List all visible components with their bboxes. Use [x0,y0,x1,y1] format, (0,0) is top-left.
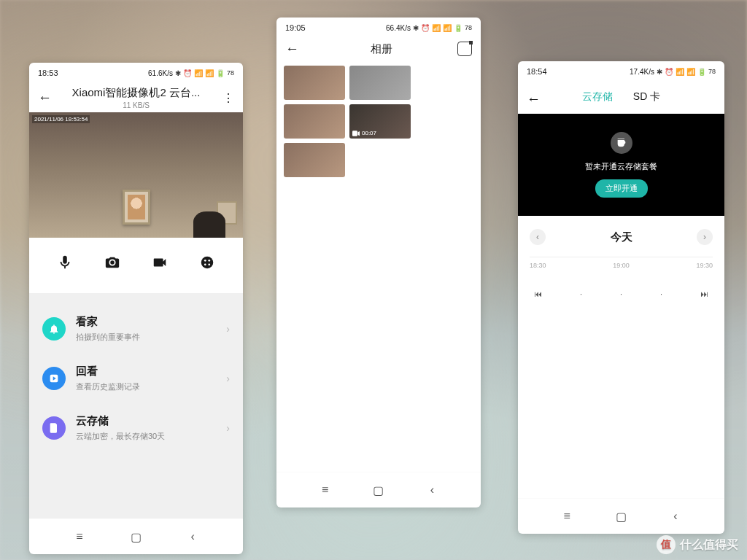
record-button[interactable] [151,254,169,271]
statusbar: 18:53 61.6K/s ✱ ⏰ 📶 📶 🔋 78 [29,63,243,82]
cup-icon [611,132,632,154]
battery-icon: 🔋 [697,68,706,76]
nav-menu-button[interactable]: ≡ [560,509,574,524]
camera-toolbar [29,238,243,293]
thumb-video[interactable]: 00:07 [349,104,411,139]
alarm-icon: ⏰ [183,69,192,77]
palette-button[interactable] [198,254,216,271]
battery-icon: 🔋 [216,69,225,77]
phone-cloud-storage: 18:54 17.4K/s ✱ ⏰ 📶 📶 🔋 78 ← 云存储 SD 卡 暂未… [518,61,724,534]
back-button[interactable]: ← [285,41,306,57]
more-button[interactable]: ⋮ [214,91,234,105]
skip-start-icon[interactable]: ⏮ [534,289,542,298]
promo-text: 暂未开通云存储套餐 [585,161,657,172]
nav-bar: ≡ ▢ ‹ [518,498,724,534]
status-time: 19:05 [285,23,306,32]
svg-point-1 [204,260,206,262]
nav-back-button[interactable]: ‹ [425,483,439,497]
wifi-icon: 📶 [443,24,452,32]
bell-icon [42,317,66,341]
cloud-promo-banner: 暂未开通云存储套餐 立即开通 [518,114,724,216]
bluetooth-icon: ✱ [657,68,662,76]
svg-point-2 [209,260,211,262]
nav-home-button[interactable]: ▢ [614,509,628,524]
menu-cloud-storage[interactable]: 云存储云端加密，最长存储30天 › [29,404,243,454]
svg-point-4 [209,263,211,265]
phone-camera-live: 18:53 61.6K/s ✱ ⏰ 📶 📶 🔋 78 ← Xiaomi智能摄像机… [29,63,243,554]
nav-menu-button[interactable]: ≡ [318,483,333,497]
page-title: Xiaomi智能摄像机2 云台... [58,86,214,100]
doc-icon [42,416,66,440]
status-time: 18:54 [527,67,547,76]
status-time: 18:53 [38,69,58,77]
statusbar: 18:54 17.4K/s ✱ ⏰ 📶 📶 🔋 78 [518,61,724,80]
chevron-right-icon: › [226,373,230,384]
appbar: ← 相册 [276,36,481,60]
bitrate-label: 11 KB/S [58,101,214,109]
svg-point-3 [204,263,206,265]
thumb-photo[interactable] [284,143,345,177]
alarm-icon: ⏰ [665,68,673,76]
gallery-grid: 00:07 [276,60,481,183]
timeline[interactable]: 18:30 19:00 19:30 ⏮ ··· ⏭ [518,257,724,319]
feature-menu: 看家拍摄到的重要事件 › 回看查看历史监测记录 › 云存储云端加密，最长存储30… [29,293,243,518]
signal-icon: 📶 [194,69,203,77]
nav-back-button[interactable]: ‹ [185,529,200,544]
page-title: 相册 [306,42,457,56]
wifi-icon: 📶 [686,68,695,76]
appbar: ← Xiaomi智能摄像机2 云台... 11 KB/S ⋮ [29,82,243,112]
snapshot-button[interactable] [104,254,121,271]
tab-sd[interactable]: SD 卡 [633,90,660,104]
next-day-button[interactable]: › [697,229,713,245]
date-selector: ‹ 今天 › [518,216,724,257]
appbar: ← 云存储 SD 卡 [518,80,724,114]
play-icon [42,367,66,390]
thumb-photo[interactable] [349,66,411,100]
thumb-photo[interactable] [284,104,345,139]
chevron-right-icon: › [226,422,230,434]
nav-bar: ≡ ▢ ‹ [276,472,481,508]
nav-bar: ≡ ▢ ‹ [29,518,243,554]
phone-gallery: 19:05 66.4K/s ✱ ⏰ 📶 📶 🔋 78 ← 相册 00:07 ≡ … [276,18,481,508]
svg-rect-6 [352,131,357,136]
signal-icon: 📶 [432,24,441,32]
date-label: 今天 [611,230,632,244]
signal-icon: 📶 [676,68,684,76]
thumb-photo[interactable] [284,66,345,100]
battery-icon: 🔋 [454,24,462,32]
nav-home-button[interactable]: ▢ [128,529,143,544]
back-button[interactable]: ← [527,91,547,107]
svg-point-0 [201,257,214,269]
watermark: 值 什么值得买 [657,535,738,554]
menu-home-watch[interactable]: 看家拍摄到的重要事件 › [29,305,243,354]
menu-playback[interactable]: 回看查看历史监测记录 › [29,354,243,404]
wifi-icon: 📶 [205,69,214,77]
back-button[interactable]: ← [38,90,58,106]
watermark-badge-icon: 值 [657,535,676,554]
alarm-icon: ⏰ [421,24,430,32]
nav-back-button[interactable]: ‹ [668,509,683,524]
nav-menu-button[interactable]: ≡ [72,529,87,544]
tab-cloud[interactable]: 云存储 [582,90,613,104]
camera-timestamp: 2021/11/06 18:53:54 [32,115,90,123]
statusbar: 19:05 66.4K/s ✱ ⏰ 📶 📶 🔋 78 [276,18,481,36]
storage-tabs: 云存储 SD 卡 [547,85,695,114]
status-right: 61.6K/s ✱ ⏰ 📶 📶 🔋 78 [148,69,234,77]
prev-day-button[interactable]: ‹ [530,229,546,245]
bluetooth-icon: ✱ [413,24,419,32]
mic-button[interactable] [56,254,74,271]
live-camera-view[interactable]: 2021/11/06 18:53:54 [29,112,243,238]
nav-home-button[interactable]: ▢ [371,483,386,497]
bluetooth-icon: ✱ [175,69,181,77]
chevron-right-icon: › [226,323,230,335]
activate-button[interactable]: 立即开通 [595,179,648,198]
skip-end-icon[interactable]: ⏭ [700,289,708,298]
edit-button[interactable] [457,42,472,56]
